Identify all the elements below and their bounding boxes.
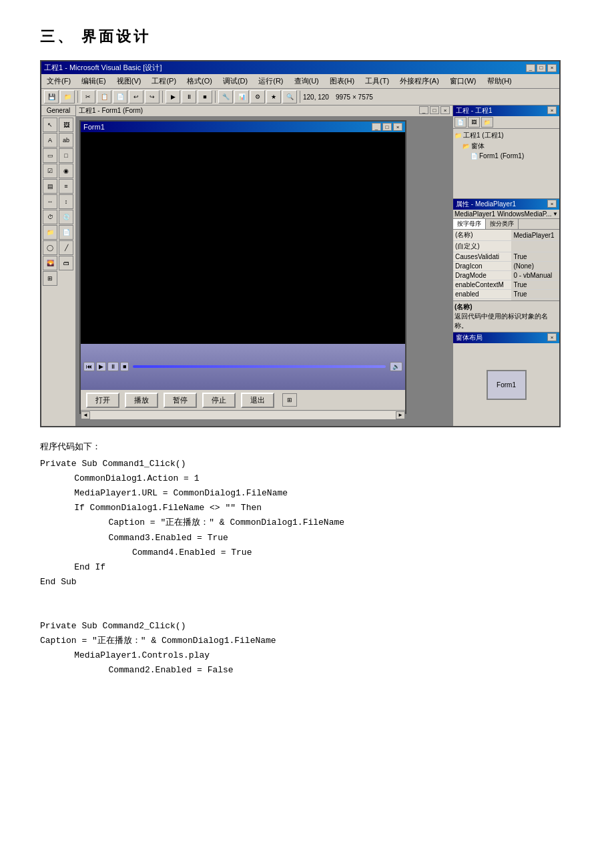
project-panel-close[interactable]: × [547,106,557,114]
toolbar-btn-12[interactable]: 🔍 [282,90,297,103]
tool-image[interactable]: 🌄 [43,256,57,270]
tool-checkbox[interactable]: ☑ [43,164,57,178]
tool-radio[interactable]: ◉ [59,164,73,178]
tool-frame[interactable]: ▭ [43,148,57,163]
toolbar-btn-8[interactable]: 🔧 [218,90,233,103]
tool-ole[interactable]: ⊞ [43,271,57,286]
scroll-left-btn[interactable]: ◄ [81,411,90,419]
btn-pause[interactable]: 暂停 [164,393,197,408]
props-dropdown-arrow[interactable]: ▼ [553,211,558,217]
minimize-button[interactable]: _ [526,64,535,72]
tool-pointer[interactable]: ↖ [43,118,57,132]
tool-label[interactable]: A [43,133,57,148]
form-scrollbar[interactable]: ◄ ► [81,410,405,419]
form1-content: ⏮ ▶ ⏸ ■ 🔊 [81,132,405,390]
btn-exit[interactable]: 退出 [241,393,274,408]
close-button[interactable]: × [547,64,557,72]
props-name-desc: 返回代码中使用的标识对象的名称。 [454,312,558,331]
btn-play[interactable]: 播放 [125,393,158,408]
media-ctrl-play[interactable]: ▶ [96,362,106,371]
menu-run[interactable]: 运行(R) [256,75,286,87]
tool-data[interactable]: 🗃 [59,256,73,270]
tool-picture[interactable]: 🖼 [59,118,73,132]
props-dropdown-bar[interactable]: MediaPlayer1 WindowsMediaP... ▼ [453,210,559,219]
tree-form1[interactable]: 📄 Form1 (Form1) [454,152,558,160]
toolbar-stop[interactable]: ■ [198,90,212,103]
prop-row-ctx[interactable]: enableContextMTrue [453,280,559,290]
btn-open[interactable]: 打开 [86,393,119,408]
menu-diagram[interactable]: 图表(H) [327,75,357,87]
form-preview-box[interactable]: Form1 [487,370,527,400]
toolbar-btn-7[interactable]: ↪ [145,90,160,103]
menu-query[interactable]: 查询(U) [292,75,322,87]
media-progress-bar[interactable] [133,365,386,368]
prop-row-drag-icon[interactable]: DragIcon(None) [453,262,559,271]
toolbar-btn-11[interactable]: ★ [266,90,281,103]
menu-edit[interactable]: 编辑(E) [79,75,109,87]
toolbar-btn-4[interactable]: 📋 [97,90,111,103]
prop-row-custom[interactable]: (自定义) [453,241,559,252]
grid-icon[interactable]: ⊞ [282,393,297,407]
tool-button[interactable]: □ [59,148,73,163]
form1-minimize[interactable]: _ [372,123,381,131]
toolbar-btn-9[interactable]: 📊 [234,90,249,103]
tool-file[interactable]: 📄 [59,225,73,240]
tool-textbox[interactable]: ab [59,133,73,148]
form-sub-close[interactable]: × [440,106,450,114]
toolbar-btn-10[interactable]: ⚙ [250,90,265,103]
media-ctrl-pause[interactable]: ⏸ [107,362,119,371]
toolbar-btn-3[interactable]: ✂ [81,90,95,103]
tool-drive[interactable]: 💿 [59,210,73,224]
menu-project[interactable]: 工程(P) [149,75,179,87]
prop-row-enabled[interactable]: enabledTrue [453,290,559,299]
form1-close[interactable]: × [393,123,402,131]
tool-line[interactable]: ╱ [59,240,73,255]
form-layout-close[interactable]: × [547,333,557,341]
tool-vscroll[interactable]: ↕ [59,194,73,209]
form-sub-maximize[interactable]: □ [430,106,439,114]
tree-root[interactable]: 📁 工程1 (工程1) [454,130,558,141]
toolbar-btn-2[interactable]: 📁 [60,90,75,103]
props-panel-close[interactable]: × [547,200,557,208]
tool-dir[interactable]: 📁 [43,225,57,240]
proj-view-code[interactable]: 📄 [454,117,467,128]
menu-addins[interactable]: 外接程序(A) [397,75,442,87]
toolbar-pause[interactable]: ⏸ [182,90,196,103]
props-tab-alpha[interactable]: 按字母序 [453,219,486,229]
tool-shape[interactable]: ◯ [43,240,57,255]
btn-stop[interactable]: 停止 [202,393,236,408]
menu-tools[interactable]: 工具(T) [362,75,392,87]
scroll-right-btn[interactable]: ► [396,411,405,419]
toolbar-btn-5[interactable]: 📄 [113,90,127,103]
form1-buttons-row: 打开 播放 暂停 停止 退出 ⊞ [81,390,405,410]
menu-window[interactable]: 窗口(W) [447,75,479,87]
menu-file[interactable]: 文件(F) [44,75,73,87]
menu-format[interactable]: 格式(O) [184,75,215,87]
maximize-button[interactable]: □ [537,64,546,72]
menu-view[interactable]: 视图(V) [114,75,144,87]
tree-forms[interactable]: 📂 窗体 [454,141,558,152]
media-ctrl-prev[interactable]: ⏮ [83,362,95,371]
media-ctrl-vol[interactable]: 🔊 [390,362,402,371]
prop-row-drag-mode[interactable]: DragMode0 - vbManual [453,271,559,280]
toolbar-btn-6[interactable]: ↩ [129,90,143,103]
tool-combo[interactable]: ▤ [43,179,57,194]
media-ctrl-stop[interactable]: ■ [120,362,129,371]
code-line-10 [40,604,574,619]
tool-list[interactable]: ≡ [59,179,73,194]
tool-hscroll[interactable]: ↔ [43,194,57,209]
menu-debug[interactable]: 调试(D) [220,75,250,87]
proj-view-form[interactable]: 🖼 [468,117,480,128]
toolbar-run[interactable]: ▶ [166,90,180,103]
props-tab-category[interactable]: 按分类序 [486,219,519,229]
form-sub-minimize[interactable]: _ [419,106,428,114]
menu-help[interactable]: 帮助(H) [485,75,515,87]
proj-toggle[interactable]: 📁 [481,117,493,128]
toolbar-btn-1[interactable]: 💾 [44,90,59,103]
tool-timer[interactable]: ⏱ [43,210,57,224]
form1-maximize[interactable]: □ [382,123,392,131]
scroll-track[interactable] [90,411,396,419]
code-line-1: CommonDialog1.Action = 1 [40,471,574,486]
prop-row-causes[interactable]: CausesValidatiTrue [453,252,559,262]
prop-row-name[interactable]: (名称)MediaPlayer1 [453,230,559,241]
